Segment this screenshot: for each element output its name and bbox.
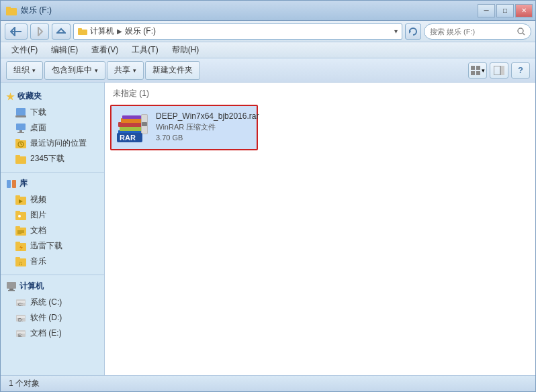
- svg-rect-49: [9, 289, 13, 290]
- search-input[interactable]: [430, 28, 515, 36]
- 2345-label: 2345下载: [30, 153, 64, 164]
- forward-button[interactable]: [30, 23, 49, 40]
- favorites-label: 收藏夹: [17, 91, 42, 102]
- breadcrumb-drive: 娱乐 (F:): [125, 26, 156, 37]
- file-item[interactable]: RAR DEEP_Win7x64_bjb2016.rar WinRAR 压缩文件…: [110, 105, 258, 150]
- documents-icon: [15, 226, 26, 236]
- maximize-button[interactable]: □: [496, 4, 514, 17]
- menu-edit[interactable]: 编辑(E): [46, 43, 83, 57]
- sidebar-item-drive-e[interactable]: E: 文档 (E:): [1, 326, 104, 341]
- svg-text:♫: ♫: [18, 260, 23, 266]
- menu-bar: 文件(F) 编辑(E) 查看(V) 工具(T) 帮助(H): [1, 42, 535, 58]
- svg-rect-67: [142, 122, 147, 126]
- address-bar-row: 计算机 ▶ 娱乐 (F:) ▾: [1, 21, 535, 42]
- sidebar-item-desktop[interactable]: 桌面: [1, 120, 104, 136]
- svg-rect-63: [121, 118, 142, 123]
- folder-icon: [6, 5, 17, 16]
- sidebar-item-drive-c[interactable]: C: 系统 (C:): [1, 295, 104, 310]
- svg-marker-4: [38, 28, 42, 36]
- sidebar-item-images[interactable]: 图片: [1, 207, 104, 223]
- status-text: 1 个对象: [9, 378, 40, 389]
- svg-rect-30: [12, 180, 16, 188]
- breadcrumb-computer: 计算机: [90, 26, 114, 37]
- sidebar-item-recent[interactable]: 最近访问的位置: [1, 136, 104, 151]
- svg-rect-13: [471, 71, 475, 75]
- xunlei-icon: [15, 241, 26, 252]
- new-folder-button[interactable]: 新建文件夹: [145, 61, 200, 80]
- svg-line-10: [523, 33, 525, 35]
- title-bar-left: 娱乐 (F:): [6, 5, 52, 16]
- xunlei-label: 迅雷下载: [30, 240, 62, 252]
- svg-rect-1: [6, 7, 11, 9]
- preview-pane-button[interactable]: [490, 62, 508, 79]
- desktop-icon: [15, 123, 26, 134]
- folder-small-icon: [78, 28, 87, 36]
- music-icon: ♫: [15, 256, 26, 267]
- breadcrumb[interactable]: 计算机 ▶ 娱乐 (F:) ▾: [73, 23, 402, 40]
- library-header: 库: [1, 175, 104, 192]
- back-button[interactable]: [5, 23, 28, 40]
- computer-label: 计算机: [19, 281, 44, 292]
- share-button[interactable]: 共享 ▾: [107, 61, 144, 80]
- menu-file[interactable]: 文件(F): [6, 43, 43, 57]
- organize-arrow: ▾: [32, 67, 36, 74]
- breadcrumb-dropdown[interactable]: ▾: [394, 28, 398, 35]
- menu-view[interactable]: 查看(V): [86, 43, 124, 57]
- images-icon: [15, 210, 26, 221]
- close-button[interactable]: ✕: [515, 4, 533, 17]
- svg-text:RAR: RAR: [120, 134, 136, 142]
- sidebar-item-documents[interactable]: 文档: [1, 223, 104, 238]
- svg-point-36: [18, 215, 21, 217]
- svg-rect-43: [15, 242, 20, 244]
- svg-point-9: [518, 28, 523, 34]
- sidebar-item-video[interactable]: 视频: [1, 192, 104, 207]
- drive-d-label: 软件 (D:): [30, 312, 62, 324]
- library-icon: [6, 179, 17, 189]
- refresh-button[interactable]: [405, 23, 421, 40]
- svg-rect-28: [15, 155, 20, 158]
- images-label: 图片: [30, 209, 46, 221]
- svg-text:E:: E:: [18, 333, 23, 338]
- search-bar[interactable]: [424, 23, 531, 40]
- status-bar: 1 个对象: [1, 375, 535, 391]
- library-section: 库 视频: [1, 175, 104, 269]
- sidebar-item-2345[interactable]: 2345下载: [1, 151, 104, 166]
- sidebar-item-music[interactable]: ♫ 音乐: [1, 254, 104, 269]
- view-toggle-button[interactable]: ▾: [468, 62, 487, 79]
- divider-1: [1, 172, 104, 173]
- help-icon: ?: [518, 65, 523, 75]
- sidebar-item-drive-d[interactable]: D: 软件 (D:): [1, 310, 104, 326]
- sidebar: ★ 收藏夹 下载: [1, 83, 105, 375]
- help-button[interactable]: ?: [511, 62, 530, 79]
- toolbar-right: ▾ ?: [468, 62, 530, 79]
- video-icon: [15, 195, 26, 205]
- drive-c-label: 系统 (C:): [30, 297, 62, 308]
- drive-e-icon: E:: [15, 328, 26, 339]
- svg-rect-6: [78, 30, 87, 35]
- menu-help[interactable]: 帮助(H): [167, 43, 205, 57]
- breadcrumb-sep-1: ▶: [117, 28, 122, 35]
- svg-rect-48: [7, 282, 16, 289]
- organize-button[interactable]: 组织 ▾: [6, 61, 43, 80]
- svg-rect-20: [19, 130, 22, 132]
- minimize-button[interactable]: ─: [478, 4, 495, 17]
- window-title: 娱乐 (F:): [21, 5, 52, 16]
- add-to-library-button[interactable]: 包含到库中 ▾: [44, 61, 105, 80]
- documents-label: 文档: [30, 225, 46, 236]
- drive-e-label: 文档 (E:): [30, 328, 62, 339]
- svg-text:C:: C:: [18, 302, 23, 307]
- sidebar-item-xunlei[interactable]: 迅雷下载: [1, 238, 104, 254]
- favorites-header: ★ 收藏夹: [1, 88, 104, 105]
- download-label: 下载: [30, 107, 46, 118]
- up-button[interactable]: [52, 23, 71, 40]
- window: 娱乐 (F:) ─ □ ✕: [0, 0, 536, 392]
- menu-tools[interactable]: 工具(T): [126, 43, 163, 57]
- drive-c-icon: C:: [15, 297, 26, 308]
- new-folder-label: 新建文件夹: [152, 64, 193, 76]
- file-item-inner: RAR DEEP_Win7x64_bjb2016.rar WinRAR 压缩文件…: [117, 111, 259, 144]
- sidebar-item-download[interactable]: 下载: [1, 105, 104, 120]
- main-content: ★ 收藏夹 下载: [1, 83, 535, 375]
- add-to-library-arrow: ▾: [95, 67, 98, 74]
- svg-rect-11: [471, 66, 475, 70]
- winrar-icon: RAR: [117, 111, 149, 144]
